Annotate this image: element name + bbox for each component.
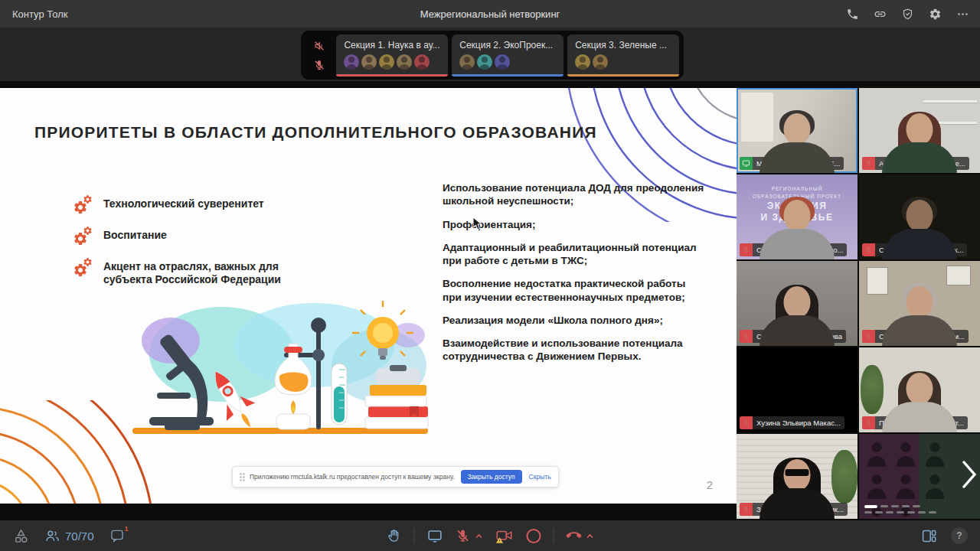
participant-tile[interactable]: Спикер Ольга Чернецова [737, 261, 858, 346]
bullet-text: Акцент на отраслях, важных для субъекта … [103, 256, 293, 286]
help-button[interactable]: ? [951, 527, 968, 544]
participants-count: 70/70 [65, 530, 94, 543]
avatar [495, 54, 510, 70]
chat-button[interactable]: 1 [109, 528, 125, 543]
gears-icon [71, 225, 103, 248]
hide-notification-link[interactable]: Скрыть [529, 473, 551, 481]
record-icon [527, 529, 541, 543]
slide-paragraph: Реализация модели «Школа полного дня»; [443, 314, 707, 327]
gears-icon [71, 194, 103, 217]
participant-name: Хузина Эльвира Макас... [753, 419, 844, 427]
slide-paragraph: Восполнение недостатка практической рабо… [443, 277, 707, 304]
science-illustration [126, 293, 436, 450]
mic-off-icon [313, 59, 325, 71]
slide-paragraph: Использование потенциала ДОД для преодол… [443, 181, 707, 208]
camera-warning-icon [495, 528, 514, 544]
mic-off-icon [862, 416, 875, 429]
video-background [741, 93, 773, 142]
mic-off-icon [740, 503, 753, 516]
avatar [397, 54, 412, 70]
tab-label: Секция 1. Наука в ау... [344, 40, 440, 51]
tab-avatars [575, 54, 671, 70]
mic-off-icon [862, 243, 875, 256]
share-screen-button[interactable] [427, 528, 443, 544]
avatar [361, 54, 377, 70]
avatar [459, 54, 475, 70]
chevron-up-icon [475, 533, 483, 539]
shield-check-icon[interactable] [901, 8, 914, 21]
mic-off-icon [862, 157, 875, 170]
avatar [477, 54, 492, 70]
sections-panel: Секция 1. Наука в ау... Секция 2. ЭкоПро… [301, 31, 684, 80]
drag-handle-icon[interactable] [240, 473, 245, 481]
phone-icon [567, 528, 582, 543]
app-name: Контур Толк [12, 8, 67, 20]
raise-hand-button[interactable] [387, 528, 402, 543]
slide-page-number: 2 [707, 478, 713, 491]
microphone-button[interactable] [456, 528, 483, 543]
camera-button[interactable] [495, 528, 514, 544]
hand-icon [387, 528, 402, 543]
slide-title: ПРИОРИТЕТЫ В ОБЛАСТИ ДОПОЛНИТЕЛЬНОГО ОБР… [34, 123, 597, 142]
bottom-toolbar: 70/70 1 [0, 520, 980, 551]
bullet-text: Воспитание [103, 225, 167, 242]
page-indicator [864, 502, 936, 514]
avatar [575, 54, 590, 70]
link-icon[interactable] [874, 8, 887, 21]
settings-icon[interactable] [929, 8, 942, 21]
mic-off-icon [740, 330, 753, 343]
gears-icon [71, 256, 103, 279]
bullet-text: Технологический суверенитет [103, 194, 264, 210]
participant-tile[interactable]: Завьялова Наталья Ник... [737, 434, 858, 519]
participant-tile[interactable]: Спикер Баранов Вадим... [859, 261, 980, 346]
participants-button[interactable]: 70/70 [44, 528, 94, 544]
top-bar: Контур Толк Межрегиональный нетворкинг [0, 0, 980, 28]
sound-off-icon [313, 40, 325, 52]
slide-paragraph: Адаптационный и реабилитационный потенци… [443, 241, 707, 268]
record-button[interactable] [527, 529, 541, 543]
mic-off-icon [456, 528, 471, 543]
meeting-title: Межрегиональный нетворкинг [420, 8, 560, 20]
notification-text: Приложению rmctula.ktalk.ru предоставлен… [250, 473, 455, 481]
participant-tile[interactable]: Хузина Эльвира Макас... [737, 347, 858, 432]
slide-paragraph: Взаимодействие и использование потенциал… [443, 337, 707, 364]
chat-icon [109, 528, 125, 543]
screen-share-icon [740, 157, 753, 170]
bullet-item: Акцент на отраслях, важных для субъекта … [71, 256, 293, 286]
participant-tile[interactable]: Прянчикова Юлия Анат... [859, 347, 980, 432]
tab-section-1[interactable]: Секция 1. Наука в ау... [336, 34, 448, 77]
participant-tile[interactable]: Абрамова Эльвира Але... [859, 88, 980, 173]
chat-badge: 1 [125, 525, 129, 533]
tab-underline [567, 74, 679, 77]
tab-underline [336, 74, 448, 77]
tab-label: Секция 3. Зеленые ... [575, 40, 671, 51]
close-access-button[interactable]: Закрыть доступ [461, 470, 522, 484]
more-icon[interactable] [956, 8, 969, 21]
avatar [593, 54, 608, 70]
layout-button[interactable] [921, 528, 937, 544]
mic-off-icon [740, 243, 753, 256]
sunglasses [786, 469, 809, 476]
tab-section-3[interactable]: Секция 3. Зеленые ... [567, 34, 679, 77]
slide-left-bullets: Технологический суверенитет Воспитание А… [71, 194, 293, 295]
monitor-icon [427, 528, 443, 544]
avatar [344, 54, 359, 70]
participant-tile[interactable]: Медведева Надежда Е... [737, 88, 858, 173]
next-page-chevron[interactable] [961, 460, 978, 489]
slide-right-bullets: Использование потенциала ДОД для преодол… [443, 181, 707, 373]
app-window: Контур Толк Межрегиональный нетворкинг С… [0, 0, 980, 551]
phone-icon[interactable] [846, 8, 859, 21]
leave-call-button[interactable] [567, 528, 594, 543]
shared-screen-slide: ПРИОРИТЕТЫ В ОБЛАСТИ ДОПОЛНИТЕЛЬНОГО ОБР… [0, 88, 737, 504]
chevron-up-icon [586, 533, 594, 539]
avatar [379, 54, 394, 70]
participant-tile[interactable]: РЕГИОНАЛЬНЫЙ ОБРАЗОВАТЕЛЬНЫЙ ПРОЕКТ ЭКОЛ… [737, 174, 858, 259]
tab-section-2[interactable]: Секция 2. ЭкоПроек... [452, 34, 564, 77]
tab-avatars [459, 54, 556, 70]
screen-share-notification: Приложению rmctula.ktalk.ru предоставлен… [232, 466, 559, 487]
more-participants-tile[interactable] [859, 434, 980, 519]
participant-tile[interactable]: Спикер Вячеслав Марк... [859, 174, 980, 259]
tab-underline [452, 74, 564, 77]
mic-off-icon [862, 330, 875, 343]
scenes-icon[interactable] [13, 528, 29, 544]
